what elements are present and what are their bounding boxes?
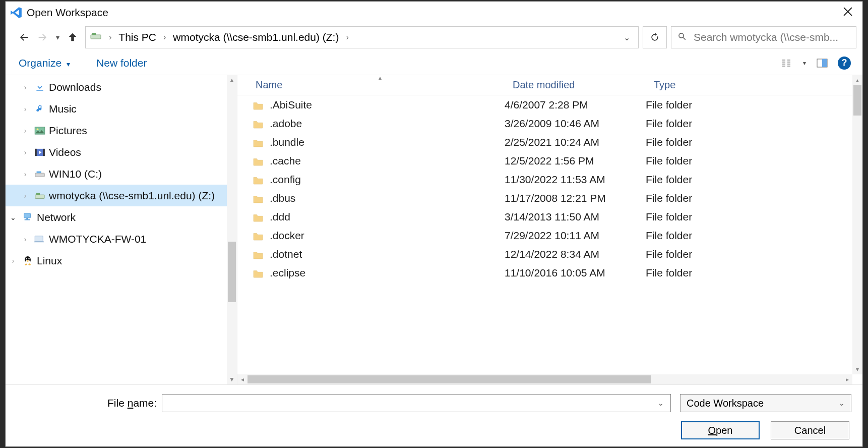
expand-chevron-icon[interactable]: ⌄ xyxy=(8,213,19,221)
filename-history-dropdown[interactable]: ⌄ xyxy=(655,399,666,407)
file-row[interactable]: .dbus11/17/2008 12:21 PMFile folder xyxy=(237,189,862,207)
close-button[interactable] xyxy=(837,3,858,22)
expand-chevron-icon[interactable]: › xyxy=(8,257,19,265)
file-type: File folder xyxy=(646,192,862,204)
file-row[interactable]: .eclipse11/10/2016 10:05 AMFile folder xyxy=(237,263,862,282)
search-box[interactable] xyxy=(671,26,856,48)
back-button[interactable] xyxy=(16,29,33,46)
svg-rect-19 xyxy=(43,148,45,155)
recent-dropdown[interactable]: ▾ xyxy=(52,29,63,46)
tree-item-win10-c[interactable]: ›WIN10 (C:) xyxy=(6,163,237,185)
svg-rect-27 xyxy=(35,236,43,241)
tree-item-label: wmotycka (\\cse-smb1.unl.edu) (Z:) xyxy=(49,190,215,202)
file-row[interactable]: .dotnet12/14/2022 8:34 AMFile folder xyxy=(237,245,862,263)
new-folder-button[interactable]: New folder xyxy=(92,54,151,72)
tree-item-label: WIN10 (C:) xyxy=(49,168,102,180)
breadcrumb-chevron-icon[interactable]: › xyxy=(343,31,351,44)
navigation-bar: ▾ › This PC › wmotycka (\\cse-smb1.unl.e… xyxy=(6,24,862,51)
file-row[interactable]: .bundle2/25/2021 10:24 AMFile folder xyxy=(237,133,862,151)
column-name[interactable]: Name xyxy=(247,79,505,91)
scroll-thumb[interactable] xyxy=(247,375,651,383)
tree-item-videos[interactable]: ›Videos xyxy=(6,141,237,163)
folder-icon xyxy=(253,100,264,109)
scroll-up-icon[interactable]: ▲ xyxy=(227,75,237,85)
refresh-button[interactable] xyxy=(643,26,667,48)
expand-chevron-icon[interactable]: › xyxy=(20,148,31,156)
address-dropdown[interactable]: ⌄ xyxy=(617,31,636,44)
filename-combobox[interactable]: ⌄ xyxy=(162,394,671,412)
file-hscrollbar[interactable]: ◂ ▸ xyxy=(237,374,852,384)
scroll-down-icon[interactable]: ▾ xyxy=(852,364,862,374)
file-vscrollbar[interactable]: ▴ ▾ xyxy=(852,75,862,374)
file-type: File folder xyxy=(646,267,862,279)
view-dropdown[interactable]: ▾ xyxy=(800,54,809,72)
folder-icon xyxy=(253,250,264,259)
column-date-modified[interactable]: Date modified xyxy=(505,79,646,91)
computer-icon xyxy=(33,235,47,243)
tree-item-wmotycka-fw-01[interactable]: ›WMOTYCKA-FW-01 xyxy=(6,228,237,250)
folder-icon xyxy=(253,138,264,147)
cancel-button[interactable]: Cancel xyxy=(771,421,849,439)
filename-input[interactable] xyxy=(166,398,655,409)
preview-pane-button[interactable] xyxy=(813,54,831,72)
file-row[interactable]: .config11/30/2022 11:53 AMFile folder xyxy=(237,170,862,189)
expand-chevron-icon[interactable]: › xyxy=(20,192,31,200)
scroll-left-icon[interactable]: ◂ xyxy=(237,374,247,384)
breadcrumb-this-pc[interactable]: This PC xyxy=(114,29,160,45)
titlebar: Open Workspace xyxy=(6,2,862,24)
expand-chevron-icon[interactable]: › xyxy=(20,235,31,243)
scroll-up-icon[interactable]: ▴ xyxy=(852,75,862,85)
folder-icon xyxy=(253,194,264,203)
file-row[interactable]: .AbiSuite4/6/2007 2:28 PMFile folder xyxy=(237,95,862,114)
help-icon: ? xyxy=(838,57,851,70)
file-type: File folder xyxy=(646,136,862,148)
svg-rect-22 xyxy=(35,195,44,198)
file-row[interactable]: .docker7/29/2022 10:11 AMFile folder xyxy=(237,226,862,245)
scroll-thumb[interactable] xyxy=(853,85,861,116)
column-type[interactable]: Type xyxy=(646,79,862,91)
tree-item-downloads[interactable]: ›Downloads xyxy=(6,76,237,98)
expand-chevron-icon[interactable]: › xyxy=(20,83,31,91)
expand-chevron-icon[interactable]: › xyxy=(20,127,31,135)
open-button[interactable]: Open xyxy=(681,421,760,439)
svg-point-31 xyxy=(26,258,27,259)
view-options-button[interactable] xyxy=(778,54,796,72)
tree-item-music[interactable]: ›Music xyxy=(6,98,237,120)
help-button[interactable]: ? xyxy=(835,54,853,72)
up-button[interactable] xyxy=(64,29,81,46)
svg-point-2 xyxy=(679,33,684,38)
file-row[interactable]: .ddd3/14/2013 11:50 AMFile folder xyxy=(237,207,862,226)
address-bar[interactable]: › This PC › wmotycka (\\cse-smb1.unl.edu… xyxy=(85,26,639,48)
search-icon xyxy=(677,32,687,43)
scroll-down-icon[interactable]: ▼ xyxy=(227,374,237,384)
file-row[interactable]: .cache12/5/2022 1:56 PMFile folder xyxy=(237,151,862,170)
navigation-tree: ›Downloads›Music›Pictures›Videos›WIN10 (… xyxy=(6,75,237,384)
dialog-title: Open Workspace xyxy=(27,7,108,19)
tree-item-network[interactable]: ⌄Network xyxy=(6,206,237,228)
sidebar-scrollbar[interactable]: ▲ ▼ xyxy=(227,75,237,384)
expand-chevron-icon[interactable]: › xyxy=(20,170,31,178)
file-type-filter[interactable]: Code Workspace ⌄ xyxy=(680,394,851,412)
file-row[interactable]: .adobe3/26/2009 10:46 AMFile folder xyxy=(237,114,862,133)
tree-item-linux[interactable]: ›Linux xyxy=(6,250,237,271)
file-type: File folder xyxy=(646,155,862,167)
file-date: 12/14/2022 8:34 AM xyxy=(505,248,646,260)
open-workspace-dialog: Open Workspace ▾ › This PC › wmotycka (\… xyxy=(5,1,863,447)
search-input[interactable] xyxy=(694,31,850,43)
svg-rect-21 xyxy=(37,171,41,173)
scroll-thumb[interactable] xyxy=(228,242,236,302)
forward-button[interactable] xyxy=(34,29,51,46)
expand-chevron-icon[interactable]: › xyxy=(20,105,31,113)
breadcrumb-chevron-icon[interactable]: › xyxy=(160,31,169,44)
toolbar: Organize ▾ New folder ▾ ? xyxy=(6,51,862,75)
address-history-chevron[interactable]: › xyxy=(106,31,114,44)
netdrive-icon xyxy=(33,192,47,200)
sort-indicator-icon: ▴ xyxy=(379,75,382,81)
organize-menu[interactable]: Organize ▾ xyxy=(15,54,74,72)
tree-item-wmotycka-cse-smb1-unl-edu-z[interactable]: ›wmotycka (\\cse-smb1.unl.edu) (Z:) xyxy=(6,185,237,206)
scroll-right-icon[interactable]: ▸ xyxy=(842,374,852,384)
breadcrumb-drive[interactable]: wmotycka (\\cse-smb1.unl.edu) (Z:) xyxy=(169,29,343,45)
vscode-icon xyxy=(10,6,23,19)
tree-item-pictures[interactable]: ›Pictures xyxy=(6,120,237,141)
file-name: .cache xyxy=(270,155,301,167)
